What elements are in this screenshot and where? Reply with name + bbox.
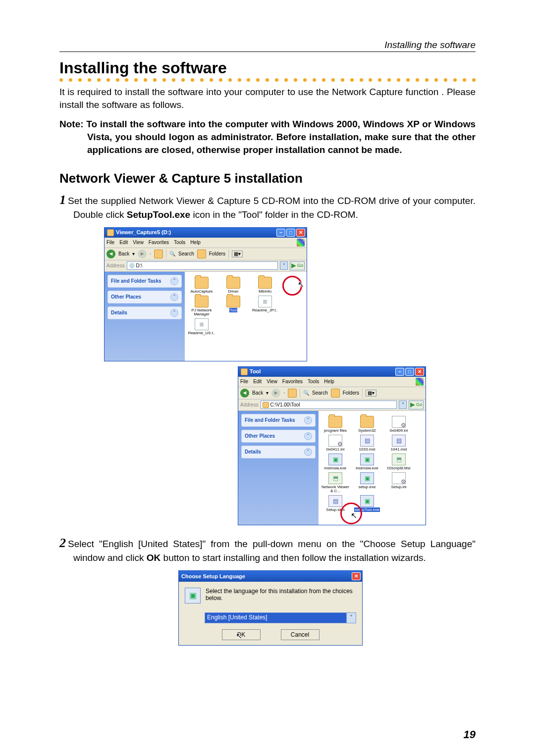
language-combobox[interactable]: English [United States] ˅ (205, 612, 356, 623)
file-item[interactable]: Readme_US.t.. (188, 318, 215, 335)
address-field[interactable]: 💿 D:\ (127, 261, 278, 270)
file-label: MibInfo (259, 290, 271, 294)
close-button[interactable]: ✕ (352, 572, 361, 580)
maximize-button[interactable]: □ (286, 229, 295, 237)
close-button[interactable]: ✕ (415, 368, 424, 376)
views-icon[interactable]: ▦▾ (232, 251, 243, 257)
search-icon[interactable]: 🔍 (169, 252, 175, 256)
file-item[interactable]: setup.exe (353, 472, 381, 493)
file-item[interactable]: 0x0411.ini (321, 435, 349, 452)
cancel-button[interactable]: Cancel (281, 629, 320, 640)
file-list[interactable]: program filesSystem320x0409.ini0x0411.in… (319, 411, 426, 525)
folder-icon (226, 277, 240, 289)
file-label: Driver (228, 290, 238, 294)
step-number-2: 2 (59, 536, 66, 550)
file-item[interactable]: System32 (353, 416, 381, 433)
menu-favorites[interactable]: Favorites (282, 379, 303, 384)
pane-file-folder-tasks[interactable]: File and Folder Tasksˇ (107, 275, 182, 288)
folders-icon[interactable] (331, 389, 340, 398)
intro-paragraph: It is required to install the software i… (59, 86, 476, 111)
file-item[interactable]: instmsia.exe (321, 454, 349, 470)
menu-bar: File Edit View Favorites Tools Help (105, 238, 307, 248)
menu-tools[interactable]: Tools (308, 379, 319, 384)
forward-button[interactable]: ► (271, 389, 280, 398)
file-item[interactable]: MibInfo (251, 277, 279, 294)
menu-favorites[interactable]: Favorites (149, 240, 169, 245)
menu-file[interactable]: File (107, 240, 114, 245)
ini-icon (392, 416, 406, 428)
page-title: Installing the software (59, 59, 476, 77)
file-label: 1033.mst (359, 448, 375, 452)
txt-icon (195, 318, 209, 330)
file-item[interactable]: AutoCapture (188, 277, 215, 294)
menu-view[interactable]: View (267, 379, 277, 384)
address-dropdown[interactable]: ˅ (280, 261, 288, 270)
minimize-button[interactable]: – (276, 229, 285, 237)
cursor-icon: ↖ (351, 511, 357, 520)
menu-edit[interactable]: Edit (253, 379, 262, 384)
back-button[interactable]: ◄ (107, 250, 115, 258)
address-dropdown[interactable]: ˅ (399, 401, 407, 409)
file-item[interactable]: 1041.mst (385, 435, 413, 452)
file-item[interactable]: Tool (219, 296, 247, 316)
setup-icon: ▣ (185, 588, 201, 604)
menu-view[interactable]: View (133, 240, 144, 245)
pane-file-folder-tasks[interactable]: File and Folder Tasksˇ (241, 414, 316, 427)
search-icon[interactable]: 🔍 (303, 391, 309, 396)
file-item[interactable]: Readme_JP.t.. (251, 296, 279, 316)
dialog-titlebar[interactable]: Choose Setup Language ✕ (179, 571, 362, 582)
menu-tools[interactable]: Tools (174, 240, 185, 245)
minimize-button[interactable]: – (395, 368, 404, 376)
chevron-icon: ˇ (304, 416, 312, 424)
up-folder-icon[interactable] (288, 389, 297, 398)
file-item[interactable]: ISScript8.Msi (385, 454, 413, 470)
file-item[interactable]: program files (321, 416, 349, 433)
pane-details[interactable]: Detailsˇ (241, 446, 316, 458)
divider-dots (59, 78, 476, 82)
pane-other-places[interactable]: Other Placesˇ (241, 430, 316, 443)
windows-logo-icon (416, 378, 424, 386)
titlebar[interactable]: Viewer_Capture5 (D:) – □ ✕ (105, 228, 307, 238)
file-label: instmsia.exe (324, 466, 346, 470)
close-button[interactable]: ✕ (296, 229, 305, 237)
file-item[interactable]: Network Viewer & C... (321, 472, 349, 493)
file-label: Setup.ini (391, 485, 406, 489)
file-item[interactable]: instmsiw.exe (353, 454, 381, 470)
back-button[interactable]: ◄ (240, 389, 249, 398)
ini-icon (328, 435, 342, 447)
toolbar: ◄ Back▾ ► · 🔍Search Folders ▦▾ (105, 248, 307, 260)
file-item[interactable]: Driver (219, 277, 247, 294)
mst-icon (392, 435, 406, 447)
file-item[interactable]: Setup.ini (385, 472, 413, 493)
forward-button[interactable]: ► (138, 250, 147, 258)
address-field[interactable]: C:\V1.00\Tool (261, 401, 397, 409)
file-item[interactable]: Setup.skin (321, 495, 349, 512)
menu-file[interactable]: File (240, 379, 248, 384)
chevron-down-icon[interactable]: ˅ (346, 613, 356, 623)
file-label: System32 (358, 429, 376, 433)
go-button[interactable]: Go (409, 401, 424, 409)
views-icon[interactable]: ▦▾ (366, 390, 376, 397)
file-item[interactable]: PJ Network Manager (188, 296, 215, 316)
go-button[interactable]: Go (290, 261, 305, 270)
drive-icon: 💿 (129, 263, 135, 268)
folder-icon (226, 296, 240, 307)
file-item[interactable]: setupTool.exe (353, 495, 381, 512)
step-1: 1Set the supplied Network Viewer & Captu… (59, 191, 476, 221)
file-item[interactable]: 0x0409.ini (385, 416, 413, 433)
file-item[interactable]: 1033.mst (353, 435, 381, 452)
menu-help[interactable]: Help (324, 379, 334, 384)
pane-other-places[interactable]: Other Placesˇ (107, 291, 182, 303)
menu-help[interactable]: Help (190, 240, 201, 245)
pane-details[interactable]: Detailsˇ (107, 306, 182, 319)
folder-icon (263, 402, 269, 408)
chevron-icon: ˇ (170, 277, 178, 285)
folder-icon (195, 296, 209, 307)
menu-edit[interactable]: Edit (119, 240, 128, 245)
step-number-1: 1 (59, 193, 66, 207)
maximize-button[interactable]: □ (405, 368, 414, 376)
titlebar[interactable]: Tool – □ ✕ (238, 367, 426, 377)
file-list[interactable]: AutoCaptureDriverMibInfoPJ Network Manag… (185, 272, 307, 361)
up-folder-icon[interactable] (154, 250, 163, 258)
folders-icon[interactable] (197, 250, 206, 258)
